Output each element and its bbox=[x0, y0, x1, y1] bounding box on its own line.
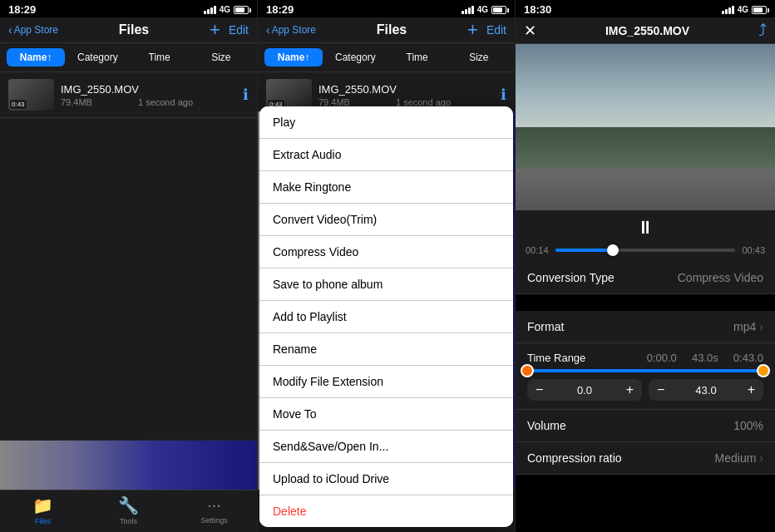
section-gap-1 bbox=[516, 294, 775, 311]
bottom-nav-left: 📁 Files 🔧 Tools ··· Settings bbox=[0, 490, 257, 532]
signal-bar-m4 bbox=[471, 6, 474, 14]
file-size-mid: 79.4MB bbox=[318, 97, 350, 107]
signal-bar-r2 bbox=[725, 9, 728, 14]
nav-settings-left[interactable]: ··· Settings bbox=[171, 495, 257, 525]
menu-play[interactable]: Play bbox=[259, 106, 513, 139]
sky-area bbox=[516, 44, 775, 127]
menu-send-save[interactable]: Send&Save/Open In... bbox=[259, 431, 513, 463]
carrier-mid: 4G bbox=[477, 5, 488, 14]
file-info-left: IMG_2550.MOV 79.4MB 1 second ago bbox=[54, 83, 243, 107]
menu-move-to[interactable]: Move To bbox=[259, 398, 513, 431]
progress-fill bbox=[555, 249, 613, 252]
conversion-type-label: Conversion Type bbox=[527, 271, 615, 284]
menu-compress-video[interactable]: Compress Video bbox=[259, 236, 513, 268]
format-chevron-icon: › bbox=[759, 320, 763, 333]
close-icon[interactable]: ✕ bbox=[524, 22, 536, 40]
menu-convert-video[interactable]: Convert Video(Trim) bbox=[259, 204, 513, 236]
thumb-duration-left: 0:43 bbox=[10, 100, 27, 109]
total-time: 00:43 bbox=[742, 245, 765, 255]
sort-tab-name-mid[interactable]: Name↑ bbox=[264, 48, 323, 66]
current-time: 00:14 bbox=[526, 245, 549, 255]
progress-track[interactable] bbox=[555, 249, 735, 252]
carrier-right: 4G bbox=[738, 5, 748, 14]
menu-extract-audio[interactable]: Extract Audio bbox=[259, 139, 513, 171]
file-item-left[interactable]: 0:43 IMG_2550.MOV 79.4MB 1 second ago ℹ bbox=[0, 72, 257, 118]
share-icon[interactable]: ⤴ bbox=[758, 21, 767, 40]
sort-tab-size-mid[interactable]: Size bbox=[450, 48, 508, 66]
volume-label: Volume bbox=[527, 419, 566, 432]
range-decrement-left[interactable]: − bbox=[536, 382, 543, 397]
sort-tabs-mid: Name↑ Category Time Size bbox=[258, 43, 515, 72]
file-name-left: IMG_2550.MOV bbox=[61, 83, 243, 96]
carrier-left: 4G bbox=[220, 5, 230, 14]
menu-rename[interactable]: Rename bbox=[259, 333, 513, 366]
sort-tab-time-mid[interactable]: Time bbox=[388, 48, 447, 66]
range-val-right: 43.0 bbox=[671, 384, 740, 397]
menu-upload-icloud[interactable]: Upload to iCloud Drive bbox=[259, 463, 513, 495]
status-bar-mid: 18:29 4G bbox=[258, 0, 515, 17]
menu-delete[interactable]: Delete bbox=[259, 495, 513, 527]
compression-row[interactable]: Compression ratio Medium › bbox=[516, 442, 775, 475]
nav-tools-left[interactable]: 🔧 Tools bbox=[86, 495, 171, 525]
add-button-mid[interactable]: + bbox=[467, 21, 478, 39]
back-link-left[interactable]: ‹ App Store bbox=[8, 23, 58, 37]
back-label-mid: App Store bbox=[272, 24, 316, 36]
add-button-left[interactable]: + bbox=[210, 21, 220, 39]
nav-files-left[interactable]: 📁 Files bbox=[0, 495, 86, 525]
back-link-mid[interactable]: ‹ App Store bbox=[266, 23, 316, 37]
file-item-mid[interactable]: 0:43 IMG_2550.MOV 79.4MB 1 second ago ℹ bbox=[258, 72, 515, 111]
signal-bar-r4 bbox=[732, 6, 734, 14]
sort-tab-category-left[interactable]: Category bbox=[68, 48, 126, 66]
info-icon-mid[interactable]: ℹ bbox=[501, 86, 506, 104]
range-thumb-right[interactable] bbox=[757, 364, 770, 377]
tools-label-left: Tools bbox=[120, 517, 137, 525]
sort-tabs-left: Name↑ Category Time Size bbox=[0, 43, 257, 72]
volume-value: 100% bbox=[733, 419, 763, 432]
road-area bbox=[516, 169, 775, 210]
range-increment-right[interactable]: + bbox=[748, 382, 755, 397]
sort-tab-category-mid[interactable]: Category bbox=[326, 48, 384, 66]
mid-panel: 18:29 4G ‹ App Store Files + Edit Name↑ bbox=[258, 0, 516, 532]
edit-button-left[interactable]: Edit bbox=[229, 23, 249, 37]
menu-modify-ext[interactable]: Modify File Extension bbox=[259, 366, 513, 398]
sort-tab-name-left[interactable]: Name↑ bbox=[7, 48, 65, 66]
sort-tab-size-left[interactable]: Size bbox=[192, 48, 250, 66]
file-date-text-left: 1 second ago bbox=[138, 97, 193, 107]
page-title-mid: Files bbox=[316, 22, 467, 37]
status-icons-left: 4G bbox=[204, 5, 249, 14]
signal-bar-m2 bbox=[465, 9, 467, 14]
blurred-bottom-left bbox=[0, 440, 257, 490]
status-bar-right: 18:30 4G bbox=[516, 0, 775, 17]
progress-thumb[interactable] bbox=[607, 244, 619, 256]
battery-icon-right bbox=[752, 6, 767, 14]
time-range-endfull: 0:43.0 bbox=[733, 352, 763, 364]
format-row[interactable]: Format mp4 › bbox=[516, 311, 775, 343]
range-input-right: − 43.0 + bbox=[649, 379, 763, 401]
playback-time-row: 00:14 00:43 bbox=[526, 245, 765, 255]
range-thumb-left[interactable] bbox=[521, 364, 534, 377]
menu-make-ringtone[interactable]: Make Ringtone bbox=[259, 171, 513, 204]
file-meta-left: 79.4MB 1 second ago bbox=[61, 97, 243, 107]
menu-save-to-album[interactable]: Save to phone album bbox=[259, 268, 513, 301]
range-track[interactable] bbox=[527, 369, 763, 372]
compression-label: Compression ratio bbox=[527, 451, 622, 465]
header-actions-mid: + Edit bbox=[467, 21, 506, 39]
range-decrement-right[interactable]: − bbox=[657, 382, 664, 397]
range-increment-left[interactable]: + bbox=[626, 382, 634, 397]
file-info-mid: IMG_2550.MOV 79.4MB 1 second ago bbox=[312, 83, 501, 107]
range-input-left: − 0.0 + bbox=[527, 379, 642, 401]
play-pause-button[interactable]: ⏸ bbox=[526, 217, 765, 239]
edit-button-mid[interactable]: Edit bbox=[486, 23, 506, 37]
time-range-endFull bbox=[721, 352, 730, 364]
format-value: mp4 › bbox=[733, 320, 763, 333]
info-icon-left[interactable]: ℹ bbox=[243, 86, 249, 104]
time-range-header: Time Range 0:00.0 43.0s 0:43.0 bbox=[527, 352, 763, 364]
status-time-right: 18:30 bbox=[524, 3, 551, 16]
status-time-left: 18:29 bbox=[8, 3, 36, 16]
sort-tab-time-left[interactable]: Time bbox=[131, 48, 189, 66]
settings-icon-left: ··· bbox=[207, 495, 221, 515]
menu-add-playlist[interactable]: Add to Playlist bbox=[259, 301, 513, 333]
status-bar-left: 18:29 4G bbox=[0, 0, 257, 17]
video-player[interactable] bbox=[516, 44, 775, 210]
header-mid: ‹ App Store Files + Edit bbox=[258, 17, 515, 43]
